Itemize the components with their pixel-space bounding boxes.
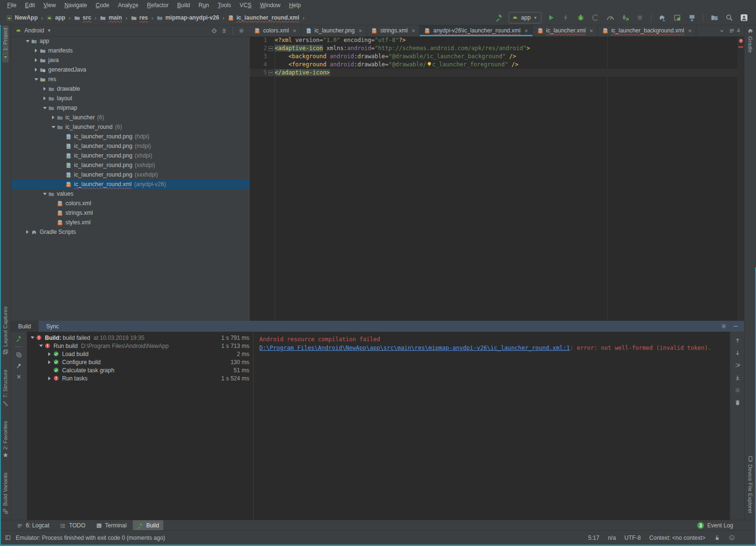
close-tab-icon[interactable]: × bbox=[412, 28, 415, 34]
select-opened-file-icon[interactable] bbox=[211, 28, 217, 34]
intention-bulb-icon[interactable] bbox=[426, 61, 432, 67]
build-panel-tab-sync[interactable]: Sync bbox=[39, 321, 67, 332]
build-tree-row[interactable]: Run buildD:\Program Files\Android\NewApp… bbox=[27, 342, 253, 350]
expand-arrow-icon[interactable] bbox=[24, 230, 31, 234]
toolwindow-button-layout-captures[interactable]: Layout Captures bbox=[2, 304, 9, 358]
build-settings-icon[interactable] bbox=[721, 323, 727, 329]
sync-gradle-button[interactable] bbox=[657, 12, 668, 23]
tree-row[interactable]: generatedJava bbox=[11, 65, 250, 74]
menu-navigate[interactable]: Navigate bbox=[60, 0, 91, 10]
run-context[interactable]: Context: <no context> bbox=[650, 535, 705, 541]
tree-row[interactable]: manifests bbox=[11, 46, 250, 55]
scroll-to-end-icon[interactable] bbox=[735, 375, 741, 381]
build-project-button[interactable] bbox=[494, 12, 504, 23]
expand-arrow-icon[interactable] bbox=[46, 377, 53, 380]
build-console[interactable]: Android resource compilation failedD:\Pr… bbox=[253, 332, 730, 520]
tree-row[interactable]: java bbox=[11, 55, 250, 65]
rebuild-icon[interactable] bbox=[16, 336, 22, 342]
pin-tab-icon[interactable] bbox=[16, 363, 22, 369]
fold-marker[interactable] bbox=[267, 69, 275, 77]
breadcrumb-item[interactable]: app bbox=[45, 14, 66, 21]
tree-row[interactable]: values bbox=[11, 189, 250, 199]
expand-arrow-icon[interactable] bbox=[46, 352, 53, 356]
expand-arrow-icon[interactable] bbox=[37, 345, 44, 347]
toolwindow-button-device-file-explorer[interactable]: Device File Explorer bbox=[747, 453, 754, 516]
event-log-button[interactable]: 3Event Log bbox=[697, 522, 756, 529]
tabs-dropdown-icon[interactable] bbox=[719, 28, 725, 34]
tree-row[interactable]: app bbox=[11, 36, 250, 46]
tree-row[interactable]: <>styles.xml bbox=[11, 218, 250, 227]
toolwindow-button-build-variants[interactable]: Build Variants bbox=[2, 470, 9, 517]
toolwindow-button-2-favorites[interactable]: 2: Favorites bbox=[2, 418, 9, 461]
breadcrumb-item[interactable]: src bbox=[73, 14, 93, 21]
toolwindow-terminal[interactable]: Terminal bbox=[92, 520, 131, 531]
fold-marker[interactable] bbox=[267, 44, 275, 52]
tree-row[interactable]: <>ic_launcher_round.xml(anydpi-v26) bbox=[11, 179, 250, 189]
tree-row[interactable]: ic_launcher_round.png(xxxhdpi) bbox=[11, 170, 250, 179]
editor-tab[interactable]: <>strings.xml× bbox=[367, 25, 420, 36]
gradle-daemon-status-icon[interactable] bbox=[729, 535, 735, 541]
toolwindow-build[interactable]: Build bbox=[133, 520, 163, 531]
build-tree-row[interactable]: Run tasks1 s 524 ms bbox=[27, 374, 253, 382]
profile-avatar[interactable] bbox=[739, 12, 749, 23]
chevron-down-icon[interactable]: ▼ bbox=[47, 28, 51, 33]
code-line[interactable]: 4 <foreground android:drawable="@drawabl… bbox=[250, 61, 745, 69]
menu-file[interactable]: File bbox=[3, 0, 21, 10]
tree-row[interactable]: mipmap bbox=[11, 103, 250, 113]
build-tree-row[interactable]: Build: build failedat 10.03.2019 19:351 … bbox=[27, 334, 253, 342]
avd-manager-button[interactable] bbox=[687, 12, 697, 23]
profile-button[interactable] bbox=[590, 12, 601, 23]
tree-row[interactable]: ic_launcher_round.png(mdpi) bbox=[11, 141, 250, 151]
close-tab-icon[interactable]: × bbox=[293, 28, 297, 34]
build-tree-row[interactable]: Load build2 ms bbox=[27, 350, 253, 358]
breadcrumb-item[interactable]: res bbox=[129, 14, 149, 21]
apply-changes-button[interactable] bbox=[561, 12, 571, 23]
menu-view[interactable]: View bbox=[39, 0, 60, 10]
expand-arrow-icon[interactable] bbox=[41, 96, 48, 100]
build-panel-tab-build[interactable]: Build bbox=[11, 321, 39, 332]
tree-row[interactable]: ic_launcher_round.png(xhdpi) bbox=[11, 151, 250, 160]
tree-row[interactable]: res bbox=[11, 74, 250, 84]
tree-row[interactable]: <>strings.xml bbox=[11, 208, 250, 218]
panel-options-icon[interactable] bbox=[238, 28, 245, 34]
menu-analyze[interactable]: Analyze bbox=[114, 0, 143, 10]
cpu-profiler-button[interactable] bbox=[605, 12, 616, 23]
clear-console-icon[interactable] bbox=[735, 399, 741, 406]
project-view-selector[interactable]: Android bbox=[24, 27, 44, 34]
code-line[interactable]: 2<adaptive-icon xmlns:android="http://sc… bbox=[250, 44, 745, 52]
sdk-manager-button[interactable] bbox=[709, 12, 720, 23]
debug-button[interactable] bbox=[575, 12, 586, 23]
expand-arrow-icon[interactable] bbox=[29, 336, 36, 339]
breadcrumb-item[interactable]: <>ic_launcher_round.xml bbox=[226, 14, 300, 21]
tree-row[interactable]: ic_launcher_round.png(xxhdpi) bbox=[11, 160, 250, 170]
tree-row[interactable]: Gradle Scripts bbox=[11, 227, 250, 237]
expand-arrow-icon[interactable] bbox=[32, 49, 40, 52]
close-tab-icon[interactable]: × bbox=[589, 28, 593, 34]
collapse-all-icon[interactable] bbox=[221, 28, 227, 34]
layout-inspector-button[interactable] bbox=[672, 12, 682, 23]
error-indicator-icon[interactable] bbox=[738, 38, 744, 43]
menu-edit[interactable]: Edit bbox=[21, 0, 39, 10]
toolwindow-button-gradle[interactable]: Gradle bbox=[747, 25, 754, 56]
hidden-tabs-list-icon[interactable] bbox=[729, 28, 735, 34]
close-tab-icon[interactable]: × bbox=[688, 28, 692, 34]
menu-build[interactable]: Build bbox=[173, 0, 194, 10]
close-tab-icon[interactable]: × bbox=[524, 28, 528, 34]
editor-tab[interactable]: <>colors.xml× bbox=[250, 25, 301, 36]
build-tree-row[interactable]: Configure build130 ms bbox=[27, 358, 253, 366]
run-configuration-select[interactable]: app▼ bbox=[509, 12, 542, 23]
close-tab-icon[interactable]: × bbox=[359, 28, 362, 34]
code-line[interactable]: 3 <background android:drawable="@drawabl… bbox=[250, 52, 745, 61]
toolwindow-button-1-project[interactable]: 1: Project bbox=[2, 25, 9, 63]
file-encoding[interactable]: UTF-8 bbox=[625, 535, 641, 541]
soft-wrap-icon[interactable] bbox=[735, 362, 741, 368]
expand-arrow-icon[interactable] bbox=[24, 40, 31, 42]
next-message-icon[interactable] bbox=[735, 350, 741, 356]
expand-arrow-icon[interactable] bbox=[32, 68, 40, 72]
readonly-toggle-icon[interactable] bbox=[714, 535, 720, 541]
expand-arrow-icon[interactable] bbox=[41, 193, 48, 195]
toolwindow-todo[interactable]: TODO bbox=[55, 520, 89, 531]
menu-help[interactable]: Help bbox=[285, 0, 305, 10]
line-separator[interactable]: n/a bbox=[608, 535, 616, 541]
expand-arrow-icon[interactable] bbox=[32, 58, 40, 62]
